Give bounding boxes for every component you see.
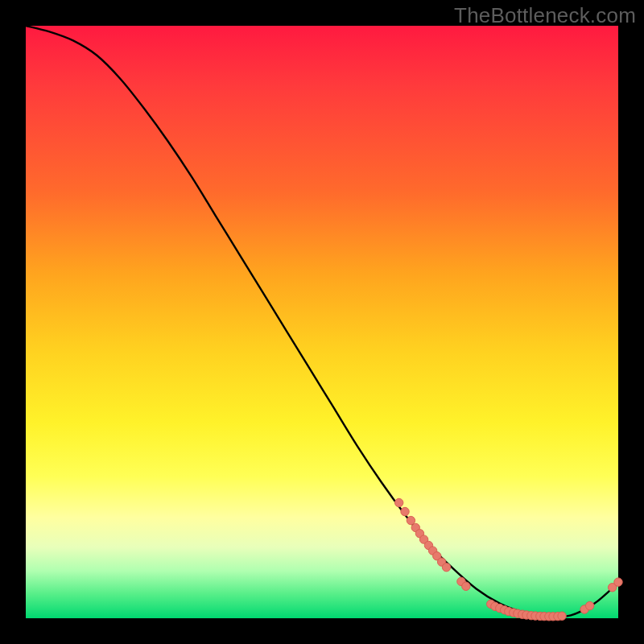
chart-frame: TheBottleneck.com <box>0 0 644 644</box>
data-point <box>442 564 450 572</box>
plot-area <box>26 26 618 618</box>
data-point <box>614 578 622 586</box>
data-point <box>394 498 402 506</box>
data-point <box>585 601 593 609</box>
curve-svg <box>26 26 618 618</box>
data-point <box>558 612 566 620</box>
data-dots <box>394 498 622 621</box>
data-point <box>401 507 409 515</box>
bottleneck-curve <box>26 26 618 617</box>
data-point <box>462 582 470 590</box>
watermark-text: TheBottleneck.com <box>454 3 636 28</box>
